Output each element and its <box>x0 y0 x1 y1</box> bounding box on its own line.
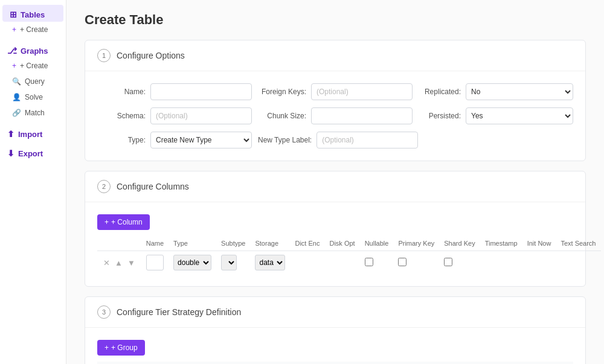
tier-col-ram: RAM <box>238 362 293 364</box>
row-type-select[interactable]: double <box>173 255 211 270</box>
row-storage-cell: data <box>250 251 290 275</box>
sidebar-item-graphs-create[interactable]: + + Create <box>0 58 66 74</box>
row-dict-enc-cell <box>290 251 324 275</box>
plus-col-icon: + <box>104 218 109 226</box>
nullable-checkbox[interactable] <box>365 258 373 266</box>
shard-key-checkbox[interactable] <box>444 258 452 266</box>
replicated-select[interactable]: No Yes <box>466 83 573 100</box>
tier-col-columns: Columns <box>97 362 174 364</box>
section-configure-options: 1 Configure Options Name: Schema: Type: <box>85 40 586 161</box>
sidebar-import-label: Import <box>18 130 42 139</box>
tier-col-cold: COLD <box>431 362 493 364</box>
row-name-input[interactable] <box>146 255 164 270</box>
section-tier-strategy: 3 Configure Tier Strategy Definition + +… <box>85 296 586 364</box>
section1-title: Configure Options <box>117 51 185 60</box>
row-storage-select[interactable]: data <box>255 255 285 270</box>
section2-header: 2 Configure Columns <box>85 171 585 202</box>
col-header-actions <box>97 236 141 251</box>
row-actions: ✕ ▲ ▼ <box>102 257 137 269</box>
add-group-button[interactable]: + + Group <box>97 340 145 356</box>
section1-body: Name: Schema: Type: Create New Type <box>85 71 585 161</box>
persisted-label: Persisted: <box>419 112 461 120</box>
row-primary-key-cell <box>393 251 439 275</box>
foreign-keys-field-row: Foreign Keys: <box>258 83 413 100</box>
name-input[interactable] <box>150 83 252 100</box>
tier-col-predicate: Predicate <box>493 362 573 364</box>
plus-icon-g: + <box>12 62 16 70</box>
row-delete-button[interactable]: ✕ <box>102 257 111 269</box>
columns-table-head: Name Type Subtype Storage Dict Enc Disk … <box>97 236 601 251</box>
import-icon: ⬆ <box>7 129 14 139</box>
section1-header: 1 Configure Options <box>85 40 585 71</box>
name-field-row: Name: <box>97 83 252 100</box>
type-select[interactable]: Create New Type <box>150 132 252 148</box>
col-header-disk-opt: Disk Opt <box>324 236 359 251</box>
columns-header-row: Name Type Subtype Storage Dict Enc Disk … <box>97 236 601 251</box>
row-disk-opt-cell <box>324 251 359 275</box>
export-icon: ⬇ <box>7 148 14 158</box>
sidebar-item-export[interactable]: ⬇ Export <box>0 144 66 161</box>
section3-header: 3 Configure Tier Strategy Definition <box>85 297 585 328</box>
sidebar-item-tables[interactable]: ⊞ Tables <box>2 5 63 22</box>
tables-icon: ⊞ <box>10 10 17 19</box>
col-header-dict-enc: Dict Enc <box>290 236 324 251</box>
chunk-size-input[interactable]: 8000000 <box>311 107 413 124</box>
replicated-label: Replicated: <box>419 88 461 96</box>
type-label: Type: <box>97 136 146 144</box>
section2-body: + + Column Name Type Subtype Storage Dic… <box>85 202 585 286</box>
columns-table: Name Type Subtype Storage Dict Enc Disk … <box>97 236 601 274</box>
section-configure-columns: 2 Configure Columns + + Column Name Type… <box>85 171 586 287</box>
chunk-size-field-row: Chunk Size: 8000000 <box>258 107 413 124</box>
primary-key-checkbox[interactable] <box>398 258 406 266</box>
schema-input[interactable] <box>150 107 252 124</box>
persisted-field-row: Persisted: Yes No <box>419 107 573 124</box>
sidebar-item-tables-create[interactable]: + + Create <box>0 22 66 37</box>
section1-num: 1 <box>97 49 111 62</box>
type-field-row: Type: Create New Type <box>97 132 252 148</box>
col-header-shard-key: Shard Key <box>439 236 480 251</box>
sidebar-item-graphs-query[interactable]: 🔍 Query <box>0 74 66 89</box>
plus-icon: + <box>12 25 16 34</box>
persisted-select[interactable]: Yes No <box>466 107 573 124</box>
col-header-primary-key: Primary Key <box>393 236 439 251</box>
sidebar-item-graphs-match[interactable]: 🔗 Match <box>0 105 66 121</box>
col-header-text-search: Text Search <box>556 236 600 251</box>
tier-col-vram: VRAM <box>174 362 237 364</box>
row-name-cell <box>141 251 169 275</box>
row-timestamp-cell <box>480 251 522 275</box>
sidebar-tables-label: Tables <box>21 10 45 19</box>
row-subtype-select[interactable] <box>221 255 237 270</box>
sidebar-item-graphs[interactable]: ⎇ Graphs <box>0 41 66 58</box>
row-init-now-cell <box>522 251 556 275</box>
new-type-label-label: New Type Label: <box>258 136 312 144</box>
graphs-icon: ⎇ <box>7 46 17 56</box>
col-header-nullable: Nullable <box>360 236 394 251</box>
replicated-field-row: Replicated: No Yes <box>419 83 573 100</box>
section2-title: Configure Columns <box>117 182 189 191</box>
col-header-name: Name <box>141 236 169 251</box>
foreign-keys-input[interactable] <box>311 83 413 100</box>
columns-table-body: ✕ ▲ ▼ double <box>97 251 601 275</box>
tier-col-disk: DISK <box>293 362 350 364</box>
section3-title: Configure Tier Strategy Definition <box>117 307 241 317</box>
sidebar-item-import[interactable]: ⬆ Import <box>0 124 66 141</box>
new-type-label-input[interactable] <box>316 132 418 148</box>
tier-header-row: Columns VRAM RAM DISK PERSIST COLD Predi… <box>97 362 573 364</box>
row-type-cell: double <box>169 251 216 275</box>
col-header-type: Type <box>169 236 216 251</box>
sidebar: ⊞ Tables + + Create ⎇ Graphs + + Create … <box>0 0 66 364</box>
add-column-button[interactable]: + + Column <box>97 214 150 230</box>
chunk-size-label: Chunk Size: <box>258 112 306 120</box>
col-header-storage: Storage <box>250 236 290 251</box>
tier-table: Columns VRAM RAM DISK PERSIST COLD Predi… <box>97 362 573 364</box>
schema-field-row: Schema: <box>97 107 252 124</box>
sidebar-item-graphs-solve[interactable]: 👤 Solve <box>0 89 66 105</box>
row-nullable-cell <box>360 251 394 275</box>
solve-icon: 👤 <box>12 93 21 101</box>
row-text-search-cell <box>556 251 600 275</box>
tier-col-persist: PERSIST <box>350 362 431 364</box>
row-up-button[interactable]: ▲ <box>114 257 124 269</box>
row-down-button[interactable]: ▼ <box>126 257 137 269</box>
row-subtype-cell <box>216 251 250 275</box>
section3-body: + + Group Columns VRAM RAM DISK PERSIST … <box>85 328 585 364</box>
